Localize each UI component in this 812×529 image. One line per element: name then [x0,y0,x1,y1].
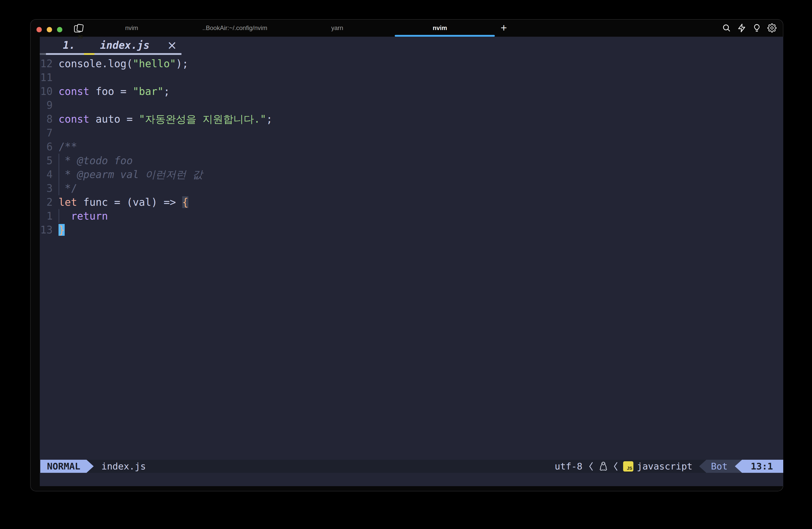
buffer-number: 1. [63,39,75,51]
code-line: 3 */ [40,181,783,195]
code-text: /** [59,140,77,154]
code-token: auto = [89,113,139,125]
settings-gear-icon[interactable] [767,23,777,33]
code-token: return [59,210,108,222]
code-line: 13} [40,223,783,237]
search-icon[interactable] [722,23,731,33]
new-tab-button[interactable]: + [496,19,511,37]
code-text: const auto = "자동완성을 지원합니다."; [59,112,273,126]
code-text: } [59,223,65,237]
code-line: 12console.log("hello"); [40,57,783,71]
line-number: 3 [40,181,53,195]
tab-bookair[interactable]: ..BookAir:~/.config/nvim [202,19,267,37]
cursor-block: } [59,224,65,236]
terminal-window: nvim ..BookAir:~/.config/nvim yarn nvim … [30,19,783,491]
code-token: const [59,113,89,125]
statusline-filename: index.js [101,460,146,473]
code-token: foo = [89,85,133,97]
code-lines: 12console.log("hello");1110const foo = "… [40,57,783,237]
zoom-window-button[interactable] [57,27,62,32]
code-token: console.log( [59,58,133,70]
code-text: console.log("hello"); [59,57,188,71]
code-line: 6/** [40,140,783,154]
filetype-label: javascript [637,461,693,472]
code-token: ; [163,85,170,97]
cursor-position-segment: 13:1 [735,460,783,473]
code-token: "hello" [133,58,176,70]
linux-tux-icon [598,461,608,472]
code-line: 5 * @todo foo [40,154,783,167]
chevron-left-icon [589,461,593,472]
code-text: * @pearm val 이런저런 값 [59,167,202,181]
line-number: 6 [40,140,53,154]
line-number: 4 [40,167,53,181]
chevron-left-icon [613,461,618,472]
editor-area: 1. JS index.js × 12console.log("hello");… [40,37,783,486]
buffer-tabline: 1. JS index.js × [40,37,783,55]
line-number: 8 [40,112,53,126]
code-line: 2let func = (val) => { [40,195,783,209]
statusline: NORMAL index.js utf-8 [40,460,783,473]
code-line: 7 [40,126,783,140]
buffer-filename: index.js [100,39,150,51]
code-line: 8const auto = "자동완성을 지원합니다."; [40,112,783,126]
code-line: 1 return [40,209,783,223]
code-text: let func = (val) => { [59,195,188,209]
code-line: 11 [40,71,783,84]
code-token: ); [176,58,188,70]
lightbulb-icon[interactable] [752,23,762,33]
code-token: const [59,85,89,97]
code-token: * @pearm val 이런저런 값 [59,168,202,180]
code-token: let [59,196,77,208]
tab-nvim-active[interactable]: nvim [433,19,447,37]
code-token: "bar" [133,85,163,97]
code-line: 9 [40,98,783,112]
code-text: */ [59,181,77,195]
tab-nvim-1[interactable]: nvim [125,19,138,37]
minimize-window-button[interactable] [47,27,52,32]
encoding-label: utf-8 [555,461,582,472]
lightning-icon[interactable] [737,23,746,33]
tab-yarn[interactable]: yarn [331,19,343,37]
tabline-underline [46,53,84,55]
code-token: { [182,196,188,208]
line-number: 10 [40,84,53,98]
active-tab-indicator [395,35,495,37]
line-number: 2 [40,195,53,209]
code-token: /** [59,141,77,153]
buffer-close-icon[interactable]: × [167,37,177,54]
code-text: const foo = "bar"; [59,84,170,98]
tabline-underline-icon-segment [84,53,95,55]
titlebar: nvim ..BookAir:~/.config/nvim yarn nvim … [30,19,783,37]
line-number: 5 [40,154,53,167]
tab-overview-icon[interactable] [73,23,85,35]
tabline-underline-left [40,53,46,55]
code-token: * @todo foo [59,155,133,166]
close-window-button[interactable] [37,27,42,32]
line-number: 12 [40,57,53,71]
code-token: */ [59,182,77,194]
line-number: 11 [40,71,53,84]
code-token: ; [266,113,272,125]
code-token: func = (val) => [77,196,182,208]
line-number: 7 [40,126,53,140]
code-line: 4 * @pearm val 이런저런 값 [40,167,783,181]
tabline-underline [95,53,182,55]
line-number: 1 [40,209,53,223]
code-token: "자동완성을 지원합니다." [139,113,266,125]
line-number: 13 [40,223,53,237]
line-number: 9 [40,98,53,112]
code-text: * @todo foo [59,154,133,167]
code-line: 10const foo = "bar"; [40,84,783,98]
code-text: return [59,209,108,223]
mode-indicator: NORMAL [40,460,94,473]
javascript-filetype-icon: JS [623,461,633,472]
